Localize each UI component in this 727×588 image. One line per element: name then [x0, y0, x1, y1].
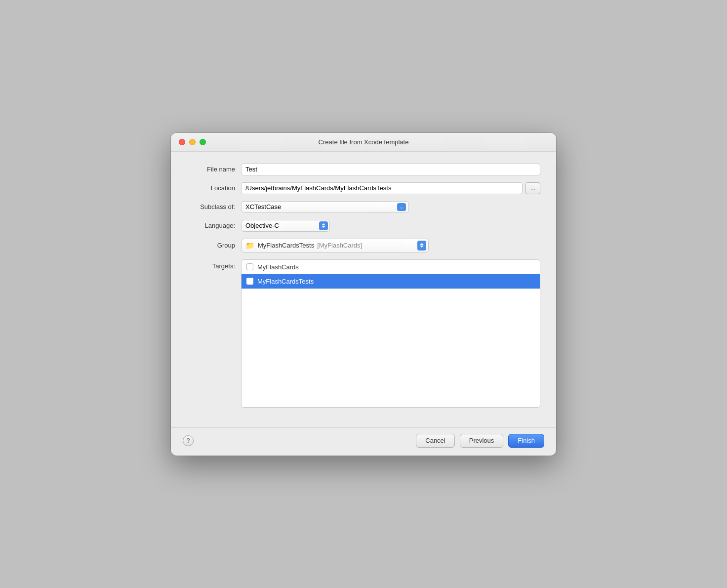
location-row: Location ... — [187, 182, 540, 194]
target-item-myflashcardstests[interactable]: ✓ MyFlashCardsTests — [242, 274, 540, 289]
titlebar: Create file from Xcode template — [171, 133, 556, 152]
close-button[interactable] — [179, 139, 185, 145]
subclass-control: XCTestCase ⌄ — [241, 201, 540, 213]
file-name-row: File name — [187, 164, 540, 175]
dialog-window: Create file from Xcode template File nam… — [171, 133, 556, 456]
browse-button[interactable]: ... — [525, 182, 540, 194]
target-checkbox-myflashcards[interactable] — [246, 263, 253, 270]
window-title: Create file from Xcode template — [319, 138, 409, 146]
group-stepper[interactable] — [417, 241, 426, 251]
group-select-text: 📁 MyFlashCardsTests [MyFlashCards] — [245, 241, 424, 250]
group-stepper-up-icon — [420, 243, 424, 245]
file-name-label: File name — [187, 166, 241, 173]
location-control: ... — [241, 182, 540, 194]
cancel-button[interactable]: Cancel — [416, 434, 454, 448]
target-name-myflashcards: MyFlashCards — [257, 263, 299, 271]
subclass-label: Subclass of: — [187, 203, 241, 210]
targets-list: MyFlashCards ✓ MyFlashCardsTests — [241, 259, 540, 408]
subclass-select-wrapper: XCTestCase ⌄ — [241, 201, 409, 213]
target-item-myflashcards[interactable]: MyFlashCards — [242, 260, 540, 274]
help-button[interactable]: ? — [183, 435, 194, 446]
group-control: 📁 MyFlashCardsTests [MyFlashCards] — [241, 239, 540, 252]
folder-icon: 📁 — [245, 241, 255, 250]
finish-button[interactable]: Finish — [508, 434, 544, 448]
file-name-input[interactable] — [241, 164, 540, 175]
footer-actions: Cancel Previous Finish — [416, 434, 544, 448]
maximize-button[interactable] — [200, 139, 206, 145]
language-row: Language: Objective-C Swift — [187, 220, 540, 232]
subclass-row: Subclass of: XCTestCase ⌄ — [187, 201, 540, 213]
previous-button[interactable]: Previous — [460, 434, 504, 448]
location-label: Location — [187, 184, 241, 192]
language-select[interactable]: Objective-C Swift — [241, 220, 330, 232]
file-name-control — [241, 164, 540, 175]
group-project-text: [MyFlashCards] — [317, 242, 362, 249]
location-input[interactable] — [241, 182, 523, 194]
group-select-wrapper[interactable]: 📁 MyFlashCardsTests [MyFlashCards] — [241, 239, 429, 252]
footer: ? Cancel Previous Finish — [171, 427, 556, 456]
group-name-text: MyFlashCardsTests — [258, 242, 314, 249]
form-content: File name Location ... Subclass of: XCTe… — [171, 152, 556, 427]
group-stepper-down-icon — [420, 246, 424, 248]
target-checkbox-myflashcardstests[interactable]: ✓ — [246, 278, 253, 285]
targets-section: Targets: MyFlashCards ✓ MyFlashCardsTest… — [187, 259, 540, 408]
target-name-myflashcardstests: MyFlashCardsTests — [257, 278, 314, 285]
targets-label: Targets: — [187, 259, 241, 270]
language-select-wrapper: Objective-C Swift — [241, 220, 330, 232]
subclass-select[interactable]: XCTestCase — [241, 201, 409, 213]
group-label: Group — [187, 242, 241, 249]
group-row: Group 📁 MyFlashCardsTests [MyFlashCards] — [187, 239, 540, 252]
traffic-lights — [179, 139, 206, 145]
minimize-button[interactable] — [189, 139, 196, 145]
language-label: Language: — [187, 222, 241, 229]
language-control: Objective-C Swift — [241, 220, 540, 232]
checkmark-icon: ✓ — [248, 278, 252, 285]
